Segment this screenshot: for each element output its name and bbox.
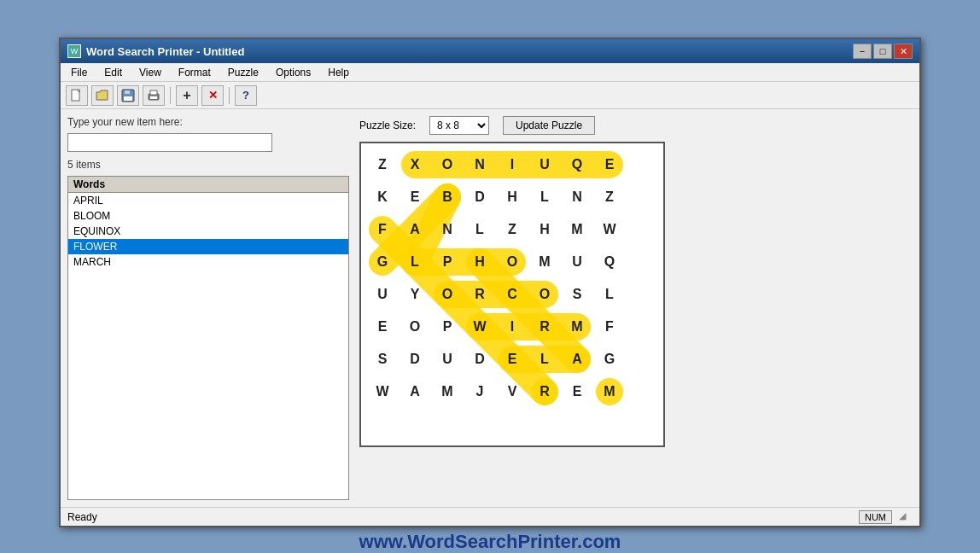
toolbar-open-button[interactable]	[91, 85, 114, 106]
grid-cell: U	[366, 278, 399, 311]
grid-cell: M	[593, 375, 626, 408]
minimize-button[interactable]: −	[853, 44, 872, 59]
grid-cell: S	[366, 343, 399, 375]
grid-cell: U	[561, 246, 593, 278]
grid-cell: F	[593, 311, 626, 343]
grid-cell: N	[431, 213, 464, 246]
grid-container: ZXONIUQEKEBDHLNZFANLZHMWGLPHOMUQUYORCOSL…	[359, 142, 665, 447]
grid-cell: Z	[366, 148, 399, 181]
svg-rect-5	[150, 90, 157, 95]
menu-options[interactable]: Options	[269, 65, 318, 80]
grid-cell: E	[496, 343, 528, 375]
puzzle-controls: Puzzle Size: 8 x 810 x 1012 x 1215 x 15 …	[359, 116, 913, 135]
title-controls: − □ ✕	[853, 44, 913, 59]
grid-cell	[626, 311, 658, 343]
word-item[interactable]: BLOOM	[68, 208, 348, 224]
word-item[interactable]: EQUINOX	[68, 224, 348, 239]
menu-puzzle[interactable]: Puzzle	[221, 65, 265, 80]
close-button[interactable]: ✕	[894, 44, 913, 59]
word-item[interactable]: FLOWER	[68, 239, 348, 254]
grid-cell: Z	[593, 181, 626, 213]
puzzle-size-label: Puzzle Size:	[359, 119, 416, 131]
grid-cell: M	[528, 246, 561, 278]
grid-cell: P	[431, 246, 464, 278]
grid-cell: Q	[561, 148, 593, 181]
grid-cell: C	[496, 278, 528, 311]
input-label: Type your new item here:	[67, 116, 349, 128]
grid-cell: O	[528, 278, 561, 311]
word-list-container: Words APRILBLOOMEQUINOXFLOWERMARCH	[67, 176, 349, 500]
puzzle-size-select[interactable]: 8 x 810 x 1012 x 1215 x 15	[429, 116, 489, 135]
grid-cell: A	[561, 343, 593, 375]
grid-cell: U	[431, 343, 464, 375]
grid-cell: L	[464, 213, 496, 246]
svg-rect-6	[150, 96, 157, 99]
menu-view[interactable]: View	[132, 65, 168, 80]
grid-cell: O	[399, 311, 431, 343]
toolbar-delete-button[interactable]: ✕	[201, 85, 224, 106]
toolbar-add-button[interactable]: +	[176, 85, 198, 106]
grid-cell: H	[464, 246, 496, 278]
word-item[interactable]: MARCH	[68, 254, 348, 270]
left-panel: Type your new item here: 5 items Words A…	[67, 116, 349, 500]
grid-cell: O	[431, 148, 464, 181]
title-bar-left: W Word Search Printer - Untitled	[67, 44, 244, 58]
word-item[interactable]: APRIL	[68, 193, 348, 208]
grid-cell: D	[399, 343, 431, 375]
right-panel: Puzzle Size: 8 x 810 x 1012 x 1215 x 15 …	[359, 116, 913, 500]
grid-cell: A	[399, 375, 431, 408]
restore-button[interactable]: □	[873, 44, 892, 59]
title-bar: W Word Search Printer - Untitled − □ ✕	[61, 39, 919, 63]
toolbar-save-button[interactable]	[117, 85, 139, 106]
grid-cell: N	[561, 181, 593, 213]
grid-cell: S	[561, 278, 593, 311]
menu-edit[interactable]: Edit	[97, 65, 129, 80]
menu-help[interactable]: Help	[321, 65, 356, 80]
grid-cell: L	[528, 343, 561, 375]
grid-cell: O	[431, 278, 464, 311]
grid-cell: I	[496, 148, 528, 181]
menu-format[interactable]: Format	[172, 65, 218, 80]
grid-cell: X	[399, 148, 431, 181]
grid-cell: O	[496, 246, 528, 278]
grid-cell: N	[464, 148, 496, 181]
toolbar-separator-1	[170, 87, 171, 104]
grid-cell: D	[464, 343, 496, 375]
toolbar-print-button[interactable]	[143, 85, 165, 106]
grid-cell: W	[593, 213, 626, 246]
grid-cell: L	[593, 278, 626, 311]
grid-cell: G	[593, 343, 626, 375]
items-count: 5 items	[67, 159, 349, 171]
puzzle-grid: ZXONIUQEKEBDHLNZFANLZHMWGLPHOMUQUYORCOSL…	[366, 148, 658, 440]
grid-cell: Q	[593, 246, 626, 278]
svg-rect-3	[125, 90, 130, 94]
toolbar-new-button[interactable]	[66, 85, 88, 106]
grid-cell	[626, 148, 658, 181]
grid-cell	[626, 181, 658, 213]
grid-cell: B	[431, 181, 464, 213]
app-icon: W	[67, 44, 81, 58]
grid-cell: Z	[496, 213, 528, 246]
grid-cell: M	[561, 213, 593, 246]
content-area: Type your new item here: 5 items Words A…	[61, 109, 919, 507]
toolbar-help-button[interactable]: ?	[235, 85, 257, 106]
grid-cell: L	[399, 246, 431, 278]
svg-rect-2	[124, 96, 132, 101]
grid-cell: E	[366, 311, 399, 343]
menu-bar: File Edit View Format Puzzle Options Hel…	[61, 63, 919, 82]
status-text: Ready	[67, 511, 97, 523]
window-title: Word Search Printer - Untitled	[86, 45, 244, 58]
grid-cell: R	[528, 375, 561, 408]
toolbar-separator-2	[229, 87, 230, 104]
grid-cell: Y	[399, 278, 431, 311]
main-window: W Word Search Printer - Untitled − □ ✕ F…	[59, 38, 921, 527]
grid-cell: W	[464, 311, 496, 343]
word-list: APRILBLOOMEQUINOXFLOWERMARCH	[68, 193, 348, 270]
update-puzzle-button[interactable]: Update Puzzle	[503, 116, 595, 135]
menu-file[interactable]: File	[64, 65, 94, 80]
status-bar: Ready NUM ◢	[61, 507, 919, 526]
word-input[interactable]	[67, 133, 272, 152]
grid-cell: L	[528, 181, 561, 213]
grid-cell	[626, 375, 658, 408]
grid-cell: V	[496, 375, 528, 408]
